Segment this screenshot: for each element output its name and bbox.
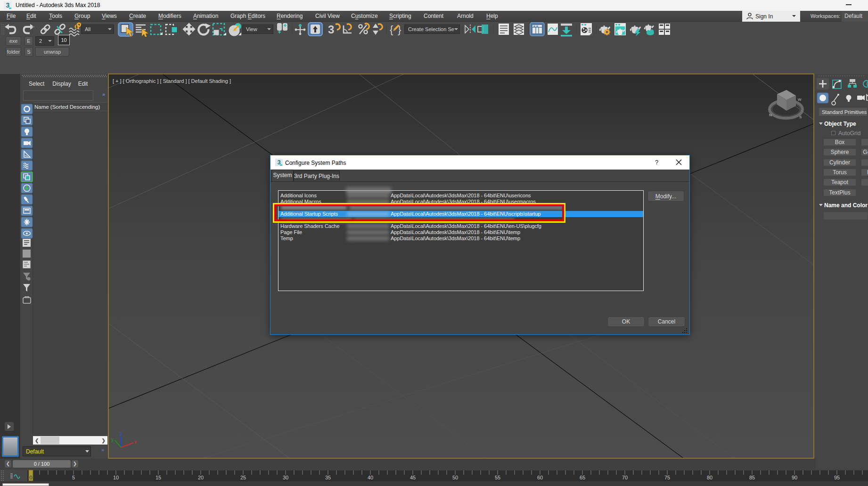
svg-text:15: 15 [156, 475, 161, 480]
svg-text:5: 5 [72, 475, 75, 480]
svg-text:60: 60 [537, 475, 543, 480]
svg-text:{: { [390, 24, 393, 35]
svg-text:35: 35 [325, 475, 331, 480]
svg-text:y: y [111, 437, 114, 442]
svg-text:55: 55 [495, 475, 500, 480]
svg-text:25: 25 [240, 475, 246, 480]
svg-text:0: 0 [29, 475, 32, 480]
svg-text:40: 40 [368, 475, 373, 480]
svg-text:45: 45 [410, 475, 416, 480]
svg-text:80: 80 [707, 475, 712, 480]
svg-text:x: x [134, 439, 137, 445]
svg-text:50: 50 [452, 475, 458, 480]
svg-text:3: 3 [328, 23, 334, 36]
svg-text:75: 75 [664, 475, 670, 480]
svg-text:85: 85 [749, 475, 755, 480]
svg-text:N: N [769, 113, 772, 117]
svg-text:S: S [799, 115, 802, 119]
svg-text:z: z [120, 431, 122, 437]
svg-text:20: 20 [198, 475, 204, 480]
svg-text:95: 95 [834, 475, 840, 480]
svg-text:10: 10 [113, 475, 119, 480]
svg-text:65: 65 [580, 475, 585, 480]
svg-text:70: 70 [622, 475, 628, 480]
svg-text:W: W [798, 97, 802, 102]
svg-text:30: 30 [283, 475, 288, 480]
svg-text:90: 90 [792, 475, 797, 480]
